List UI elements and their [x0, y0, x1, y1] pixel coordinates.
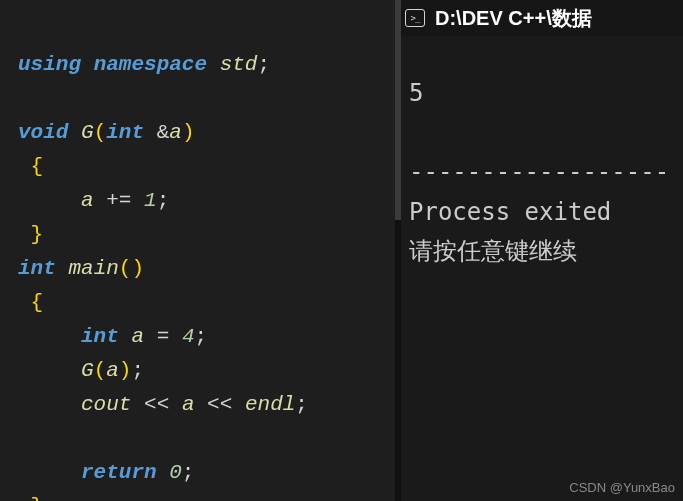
fn-G: G	[81, 121, 94, 144]
semi: ;	[194, 325, 207, 348]
semi: ;	[131, 359, 144, 382]
brace: {	[31, 291, 44, 314]
paren: (	[94, 121, 107, 144]
call-G: G	[81, 359, 94, 382]
continue-msg: 请按任意键继续	[409, 237, 577, 265]
id-cout: cout	[81, 393, 131, 416]
brace: }	[31, 495, 44, 501]
op-lt: <<	[207, 393, 232, 416]
kw-namespace: namespace	[94, 53, 207, 76]
paren: )	[119, 359, 132, 382]
kw-int: int	[106, 121, 144, 144]
kw-int: int	[18, 257, 56, 280]
console-output[interactable]: 5 ------------------ Process exited 请按任意…	[395, 36, 683, 286]
scrollbar-thumb[interactable]	[395, 0, 401, 220]
code-content: using namespace std; void G(int &a) { a …	[18, 14, 395, 501]
semi: ;	[295, 393, 308, 416]
var-a: a	[106, 359, 119, 382]
editor-scrollbar[interactable]	[395, 0, 401, 501]
code-editor-pane[interactable]: using namespace std; void G(int &a) { a …	[0, 0, 395, 501]
terminal-icon	[405, 9, 425, 27]
id-endl: endl	[245, 393, 295, 416]
num-1: 1	[144, 189, 157, 212]
console-title-bar[interactable]: D:\DEV C++\数据	[395, 0, 683, 36]
output-value: 5	[409, 79, 423, 107]
watermark: CSDN @YunxBao	[569, 480, 675, 495]
eq: =	[157, 325, 170, 348]
op-lt: <<	[144, 393, 169, 416]
kw-using: using	[18, 53, 81, 76]
kw-void: void	[18, 121, 68, 144]
var-a: a	[182, 393, 195, 416]
paren: )	[182, 121, 195, 144]
brace: {	[31, 155, 44, 178]
fn-main: main	[68, 257, 118, 280]
semi: ;	[182, 461, 195, 484]
var-a: a	[81, 189, 94, 212]
kw-int: int	[81, 325, 119, 348]
separator-line: ------------------	[409, 158, 669, 186]
kw-return: return	[81, 461, 157, 484]
console-pane: D:\DEV C++\数据 5 ------------------ Proce…	[395, 0, 683, 501]
exited-msg: Process exited	[409, 198, 611, 226]
id-std: std	[220, 53, 258, 76]
num-4: 4	[182, 325, 195, 348]
paren: (	[94, 359, 107, 382]
var-a: a	[169, 121, 182, 144]
semi: ;	[157, 189, 170, 212]
op-pe: +=	[106, 189, 131, 212]
num-0: 0	[169, 461, 182, 484]
semi: ;	[257, 53, 270, 76]
var-a: a	[131, 325, 144, 348]
console-title-path: D:\DEV C++\数据	[435, 5, 592, 32]
amp: &	[157, 121, 170, 144]
brace: }	[31, 223, 44, 246]
paren: ()	[119, 257, 144, 280]
